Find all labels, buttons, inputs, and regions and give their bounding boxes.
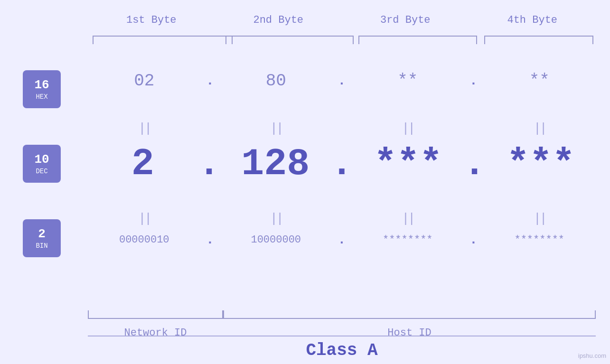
page-container: 16 HEX 10 DEC 2 BIN 1st Byte 2nd Byte 3r…	[0, 0, 610, 364]
byte-headers: 1st Byte 2nd Byte 3rd Byte 4th Byte	[88, 14, 596, 26]
hex-badge-num: 16	[34, 78, 49, 93]
pipe-7: ||	[351, 211, 464, 226]
bin-val-2: 10000000	[220, 234, 333, 246]
bin-val-1: 00000010	[88, 234, 201, 246]
bottom-bar: Class A	[88, 336, 596, 364]
dec-badge-num: 10	[34, 152, 49, 167]
bin-badge: 2 BIN	[23, 219, 61, 257]
bin-row: 00000010 . 10000000 . ******** . *******…	[88, 233, 596, 247]
bin-badge-label: BIN	[36, 242, 47, 250]
bracket-top-2	[225, 36, 354, 44]
dec-val-1: 2	[88, 142, 197, 186]
hex-val-4: **	[483, 71, 596, 91]
bin-val-4: ********	[483, 234, 596, 246]
dec-val-2: 128	[221, 142, 330, 186]
eq-row-1: || || || ||	[88, 121, 596, 136]
pipe-5: ||	[88, 211, 201, 226]
dot-sep-hex-2: .	[332, 74, 351, 88]
bracket-top-4	[484, 36, 593, 44]
dec-val-3: ***	[353, 142, 463, 186]
dot-sep-bin-2: .	[332, 233, 351, 247]
watermark: ipshu.com	[578, 352, 606, 359]
byte-header-3: 3rd Byte	[342, 14, 469, 26]
dec-badge: 10 DEC	[23, 145, 61, 183]
byte-header-1: 1st Byte	[88, 14, 215, 26]
bin-badge-num: 2	[38, 227, 46, 242]
dot-sep-hex-3: .	[464, 74, 483, 88]
dot-sep-dec-3: .	[463, 145, 486, 183]
dec-row: 2 . 128 . *** . ***	[88, 142, 596, 186]
bin-val-3: ********	[351, 234, 464, 246]
pipe-1: ||	[88, 121, 201, 136]
dot-sep-bin-3: .	[464, 233, 483, 247]
hex-badge: 16 HEX	[23, 70, 61, 108]
pipe-4: ||	[483, 121, 596, 136]
dot-sep-dec-1: .	[197, 145, 220, 183]
pipe-2: ||	[220, 121, 333, 136]
content-grid: 02 . 80 . ** . ** || || || || 2 . 128 . …	[88, 47, 596, 326]
hex-val-1: 02	[88, 71, 201, 91]
pipe-6: ||	[220, 211, 333, 226]
bracket-top-3	[358, 36, 477, 44]
dot-sep-bin-1: .	[201, 233, 220, 247]
eq-row-2: || || || ||	[88, 211, 596, 226]
bracket-network-bottom	[88, 310, 223, 319]
byte-header-4: 4th Byte	[469, 14, 596, 26]
class-label: Class A	[306, 341, 377, 360]
byte-header-2: 2nd Byte	[215, 14, 342, 26]
bracket-host-bottom	[223, 310, 596, 319]
hex-badge-label: HEX	[36, 93, 47, 101]
dot-sep-hex-1: .	[201, 74, 220, 88]
pipe-3: ||	[351, 121, 464, 136]
hex-row: 02 . 80 . ** . **	[88, 71, 596, 91]
pipe-8: ||	[483, 211, 596, 226]
dec-val-4: ***	[486, 142, 596, 186]
hex-val-3: **	[351, 71, 464, 91]
bracket-top-1	[93, 36, 233, 44]
dot-sep-dec-2: .	[330, 145, 353, 183]
dec-badge-label: DEC	[36, 168, 47, 175]
hex-val-2: 80	[220, 71, 333, 91]
